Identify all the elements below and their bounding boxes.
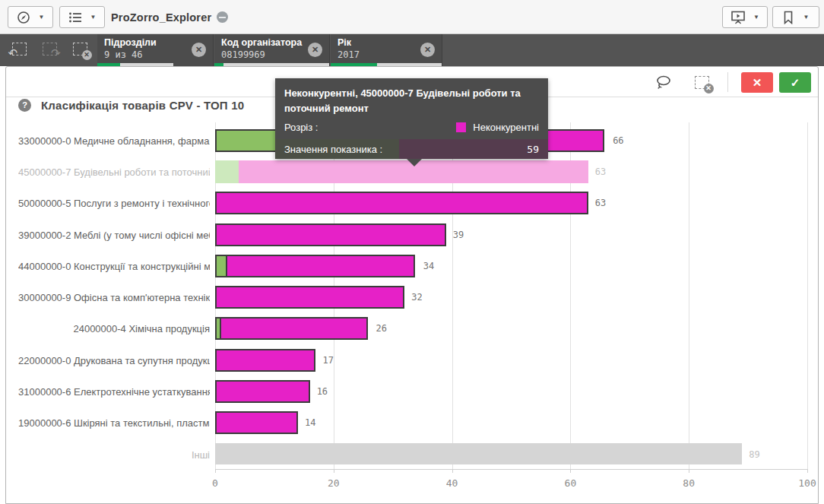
bar-segment-magenta[interactable]	[215, 286, 404, 309]
tooltip: Неконкурентні, 45000000-7 Будівельні роб…	[275, 78, 548, 159]
chevron-down-icon: ▼	[753, 14, 759, 21]
filter-name: Підрозділи	[104, 37, 157, 48]
clear-selections-icon: ✕	[73, 43, 87, 55]
bar-segment-magenta[interactable]	[226, 255, 415, 277]
cancel-selection-button[interactable]: ✕	[741, 72, 773, 93]
lasso-button[interactable]	[653, 73, 674, 91]
bar-row[interactable]	[215, 317, 369, 340]
remove-filter-icon[interactable]: ✕	[192, 43, 206, 57]
clear-all-selections-button[interactable]: ✕	[68, 38, 91, 59]
filter-value: 2017	[338, 49, 360, 60]
tooltip-dimension-value: Неконкурентні	[473, 122, 539, 133]
compass-icon	[17, 11, 30, 24]
bar-segment-green[interactable]	[215, 160, 239, 183]
sheets-menu-button[interactable]: ▼	[59, 6, 105, 28]
close-icon: ✕	[753, 76, 762, 90]
tooltip-measure-value: 59	[399, 139, 548, 159]
clear-chart-selection-button[interactable]: ✕	[691, 73, 712, 91]
navigation-menu-button[interactable]: ▼	[8, 6, 53, 28]
bookmark-icon	[783, 11, 794, 24]
bookmarks-button[interactable]: ▼	[772, 6, 819, 28]
bar-segment-gray[interactable]	[215, 443, 742, 464]
bar-row[interactable]	[215, 349, 315, 372]
bar-row[interactable]	[215, 160, 588, 183]
remove-filter-icon[interactable]: ✕	[308, 43, 322, 57]
filter-chip-pidrozdily[interactable]: Підрозділи 9 из 46 ✕	[97, 34, 214, 66]
sheet-list-icon	[68, 11, 82, 24]
bar-row[interactable]	[215, 255, 417, 277]
tooltip-dimension-label: Розріз :	[284, 122, 318, 133]
bar-row[interactable]	[215, 192, 588, 214]
bar-row[interactable]	[215, 286, 404, 309]
filter-chip-kod-organizatora[interactable]: Код організатора 08199969 ✕	[214, 34, 330, 66]
chart-title: Класифікація товарів CPV - ТОП 10	[41, 99, 244, 112]
presentation-icon	[731, 11, 746, 24]
chevron-down-icon: ▼	[38, 14, 44, 21]
app-window: ▼ ▼ ProZorro_Explorer	[0, 0, 824, 504]
bar-segment-magenta[interactable]	[215, 192, 588, 214]
bar-segment-magenta[interactable]	[215, 411, 298, 434]
bar-segment-magenta[interactable]	[215, 349, 315, 372]
tooltip-pointer	[407, 159, 422, 166]
chevron-down-icon: ▼	[803, 14, 809, 21]
undo-selection-button[interactable]: ↶	[8, 38, 30, 59]
bar-row[interactable]	[215, 411, 298, 434]
bar-segment-magenta[interactable]	[215, 223, 446, 246]
bar-row[interactable]	[215, 443, 742, 464]
filter-value: 08199969	[221, 49, 265, 60]
app-title: ProZorro_Explorer	[111, 0, 228, 34]
filter-chip-rik[interactable]: Рік 2017 ✕	[331, 34, 442, 66]
bar-row[interactable]	[215, 223, 446, 246]
storytelling-button[interactable]: ▼	[722, 6, 768, 28]
top-toolbar: ▼ ▼ ProZorro_Explorer	[0, 0, 824, 34]
tooltip-title: Неконкурентні, 45000000-7 Будівельні роб…	[284, 86, 539, 116]
bar-segment-magenta[interactable]	[215, 380, 310, 403]
bar-row[interactable]	[215, 380, 310, 403]
remove-filter-icon[interactable]: ✕	[420, 43, 435, 57]
filter-name: Код організатора	[221, 37, 302, 48]
filter-name: Рік	[338, 37, 351, 48]
selections-bar: ↶ ↷ ✕ Підрозділи 9 из 46 ✕ Код організат…	[0, 34, 824, 66]
bar-segment-magenta[interactable]	[220, 317, 368, 340]
lasso-icon	[655, 74, 672, 90]
redo-icon: ↷	[43, 43, 57, 55]
undo-icon: ↶	[12, 43, 27, 55]
toolbar-divider	[727, 72, 728, 92]
tooltip-measure-label: Значення показника :	[275, 139, 399, 159]
help-icon[interactable]: ?	[18, 99, 31, 112]
legend-swatch	[456, 122, 466, 132]
published-badge-icon	[217, 11, 228, 23]
check-icon: ✓	[791, 76, 800, 90]
confirm-selection-button[interactable]: ✓	[779, 72, 811, 93]
redo-selection-button[interactable]: ↷	[38, 38, 61, 59]
filter-value: 9 из 46	[104, 49, 143, 60]
clear-selection-icon: ✕	[695, 76, 709, 89]
chevron-down-icon: ▼	[90, 14, 96, 21]
